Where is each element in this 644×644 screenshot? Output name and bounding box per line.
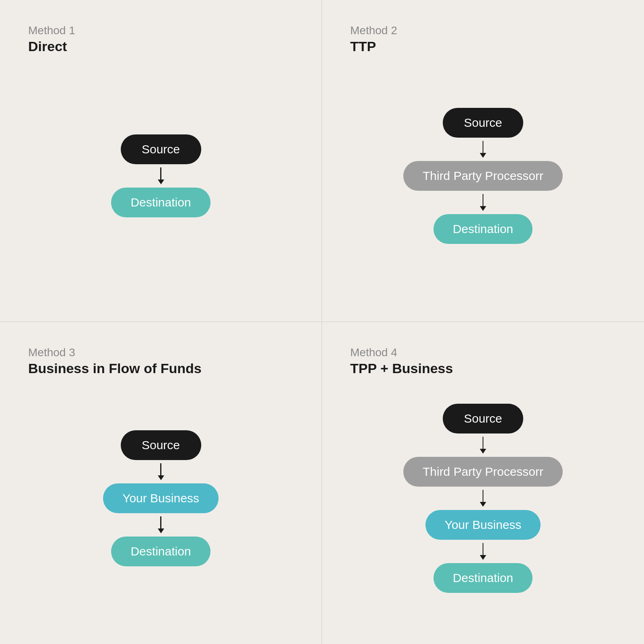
method4-label: Method 4 — [350, 346, 616, 359]
method4-biz-node: Your Business — [425, 510, 541, 540]
arrow-head — [480, 449, 486, 454]
arrow-line — [160, 516, 161, 528]
arrow-head — [158, 528, 164, 533]
method4-title: TPP + Business — [350, 361, 616, 376]
arrow-line — [483, 194, 484, 206]
method3-arrow2 — [158, 516, 164, 533]
method2-arrow1 — [480, 141, 486, 158]
method2-dest-node: Destination — [433, 214, 533, 244]
method1-title: Direct — [28, 39, 293, 54]
method2-arrow2 — [480, 194, 486, 211]
method3-biz-node: Your Business — [103, 483, 219, 513]
method3-arrow1 — [158, 463, 164, 480]
method2-label: Method 2 — [350, 24, 616, 37]
method1-source-node: Source — [121, 134, 201, 164]
method4-arrow1 — [480, 437, 486, 454]
method2-source-node: Source — [443, 108, 523, 138]
method1-diagram: Source Destination — [28, 54, 293, 297]
method1-arrow1 — [158, 167, 164, 184]
arrow-head — [480, 502, 486, 507]
arrow-head — [158, 180, 164, 184]
method4-dest-node: Destination — [433, 563, 533, 593]
method4-diagram: Source Third Party Processorr Your Busin… — [350, 376, 616, 620]
method4-tpp-node: Third Party Processorr — [403, 457, 563, 487]
method4-source-node: Source — [443, 404, 523, 433]
arrow-line — [483, 490, 484, 502]
method2-quadrant: Method 2 TTP Source Third Party Processo… — [322, 0, 644, 322]
method3-source-node: Source — [121, 430, 201, 460]
method4-arrow3 — [480, 543, 486, 560]
method3-diagram: Source Your Business Destination — [28, 376, 293, 620]
method2-title: TTP — [350, 39, 616, 54]
arrow-line — [483, 543, 484, 555]
method1-quadrant: Method 1 Direct Source Destination — [0, 0, 322, 322]
method3-dest-node: Destination — [111, 537, 210, 566]
method3-label: Method 3 — [28, 346, 293, 359]
method2-diagram: Source Third Party Processorr Destinatio… — [350, 54, 616, 297]
arrow-line — [160, 463, 161, 475]
arrow-head — [158, 475, 164, 480]
method1-label: Method 1 — [28, 24, 293, 37]
method3-title: Business in Flow of Funds — [28, 361, 293, 376]
method3-quadrant: Method 3 Business in Flow of Funds Sourc… — [0, 322, 322, 644]
arrow-line — [483, 437, 484, 449]
arrow-line — [483, 141, 484, 153]
method4-arrow2 — [480, 490, 486, 507]
arrow-head — [480, 555, 486, 560]
arrow-head — [480, 206, 486, 211]
arrow-head — [480, 153, 486, 158]
method4-quadrant: Method 4 TPP + Business Source Third Par… — [322, 322, 644, 644]
method2-tpp-node: Third Party Processorr — [403, 161, 563, 191]
arrow-line — [160, 167, 161, 180]
main-grid: Method 1 Direct Source Destination Metho… — [0, 0, 644, 644]
method1-dest-node: Destination — [111, 188, 210, 217]
